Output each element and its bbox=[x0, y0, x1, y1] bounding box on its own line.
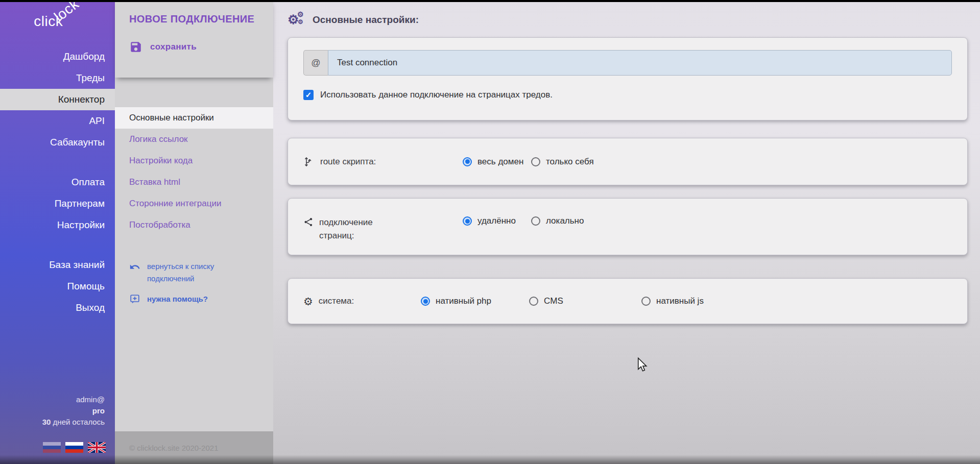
clicklock-logo: clicklock bbox=[0, 0, 115, 44]
radio-option-only-self[interactable]: только себя bbox=[531, 157, 600, 167]
radio-option-whole-domain[interactable]: весь домен bbox=[463, 157, 531, 167]
sidebar-item-api[interactable]: API bbox=[0, 110, 115, 132]
page-connection-card: подключение страниц: удалённо локально bbox=[288, 198, 968, 255]
option-label: нативный js bbox=[656, 296, 704, 306]
option-label: CMS bbox=[544, 296, 563, 306]
panel-nav-postprocessing[interactable]: Постобработка bbox=[115, 214, 273, 236]
use-on-threads-label: Использовать данное подключение на стран… bbox=[320, 90, 553, 100]
page-title-row: ⚙⚙⚙ Основные настройки: bbox=[288, 0, 968, 28]
at-prefix: @ bbox=[303, 50, 328, 76]
panel-nav-html-insert[interactable]: Вставка html bbox=[115, 172, 273, 193]
panel-links: вернуться к списку подключений нужна пом… bbox=[115, 260, 273, 305]
radio-selected[interactable] bbox=[463, 157, 472, 166]
radio-option-native-php[interactable]: нативный php bbox=[421, 296, 529, 306]
use-on-threads-row: ✓ Использовать данное подключение на стр… bbox=[303, 90, 952, 100]
sidebar-item-logout[interactable]: Выход bbox=[0, 297, 115, 319]
option-label: только себя bbox=[546, 157, 594, 167]
share-icon bbox=[303, 217, 314, 227]
sidebar-item-connector[interactable]: Коннектор bbox=[0, 89, 115, 110]
mouse-cursor-icon bbox=[636, 357, 649, 373]
connection-name-group: @ bbox=[303, 50, 952, 76]
page-connection-label-block: подключение страниц: bbox=[303, 216, 463, 242]
sidebar: clicklock Дашборд Треды Коннектор API Са… bbox=[0, 0, 115, 464]
sidebar-item-threads[interactable]: Треды bbox=[0, 67, 115, 89]
account-email: admin@ bbox=[42, 394, 105, 405]
page-connection-options: удалённо локально bbox=[463, 216, 600, 226]
system-card: ⚙ система: нативный php CMS нативный js bbox=[288, 278, 968, 324]
sidebar-item-partners[interactable]: Партнерам bbox=[0, 193, 115, 214]
option-label: нативный php bbox=[436, 296, 491, 306]
panel-nav-code-settings[interactable]: Настройки кода bbox=[115, 150, 273, 172]
at-sign: @ bbox=[311, 58, 320, 68]
radio-unselected[interactable] bbox=[531, 216, 540, 226]
connection-panel: НОВОЕ ПОДКЛЮЧЕНИЕ сохранить Основные нас… bbox=[115, 0, 273, 464]
option-label: удалённо bbox=[477, 216, 516, 226]
sidebar-item-dashboard[interactable]: Дашборд bbox=[0, 46, 115, 67]
radio-unselected[interactable] bbox=[641, 297, 651, 306]
panel-header-block: НОВОЕ ПОДКЛЮЧЕНИЕ сохранить bbox=[115, 0, 273, 78]
sidebar-group-gap bbox=[0, 236, 115, 254]
system-label-block: ⚙ система: bbox=[303, 295, 421, 308]
flag-ru-icon[interactable] bbox=[65, 442, 83, 453]
days-text: дней осталось bbox=[53, 418, 105, 426]
system-options: нативный php CMS нативный js bbox=[421, 296, 750, 306]
panel-nav-link-logic[interactable]: Логика ссылок bbox=[115, 129, 273, 150]
undo-icon bbox=[129, 261, 140, 273]
save-button[interactable]: сохранить bbox=[129, 40, 263, 54]
route-script-card: route скрипта: весь домен только себя bbox=[288, 138, 968, 185]
radio-option-cms[interactable]: CMS bbox=[529, 296, 641, 306]
connection-name-card: @ ✓ Использовать данное подключение на с… bbox=[288, 37, 968, 120]
gears-icon: ⚙⚙⚙ bbox=[288, 12, 305, 28]
page-connection-label: подключение страниц: bbox=[319, 216, 396, 242]
days-number: 30 bbox=[42, 418, 51, 426]
need-help-link[interactable]: нужна помощь? bbox=[129, 293, 273, 305]
sidebar-item-help[interactable]: Помощь bbox=[0, 276, 115, 297]
app-window: clicklock Дашборд Треды Коннектор API Са… bbox=[0, 0, 980, 464]
sidebar-item-payment[interactable]: Оплата bbox=[0, 172, 115, 193]
radio-option-local[interactable]: локально bbox=[531, 216, 600, 226]
sidebar-item-subaccounts[interactable]: Сабакаунты bbox=[0, 132, 115, 153]
help-link-label: нужна помощь? bbox=[147, 293, 208, 305]
radio-option-native-js[interactable]: нативный js bbox=[641, 296, 750, 306]
route-script-label: route скрипта: bbox=[320, 155, 376, 168]
sidebar-group-gap bbox=[0, 153, 115, 172]
sidebar-nav: Дашборд Треды Коннектор API Сабакаунты О… bbox=[0, 46, 115, 319]
flag-ru-inactive-icon[interactable] bbox=[43, 442, 61, 453]
help-comment-icon bbox=[129, 294, 140, 305]
sidebar-item-knowledge-base[interactable]: База знаний bbox=[0, 254, 115, 276]
flag-uk-icon[interactable] bbox=[88, 442, 106, 453]
main-content: ⚙⚙⚙ Основные настройки: @ ✓ Использовать… bbox=[273, 0, 980, 464]
panel-footer: © clicklock.site 2020-2021 bbox=[115, 431, 273, 464]
radio-unselected[interactable] bbox=[531, 157, 540, 166]
radio-selected[interactable] bbox=[463, 216, 472, 226]
save-label: сохранить bbox=[150, 42, 197, 52]
account-info: admin@ pro 30 дней осталось bbox=[42, 394, 105, 428]
panel-title: НОВОЕ ПОДКЛЮЧЕНИЕ bbox=[129, 13, 263, 25]
panel-nav-basic-settings[interactable]: Основные настройки bbox=[115, 107, 273, 129]
account-plan: pro bbox=[42, 405, 105, 417]
back-link-label: вернуться к списку подключений bbox=[147, 260, 239, 285]
connection-name-input[interactable] bbox=[328, 50, 952, 76]
system-label: система: bbox=[319, 295, 354, 308]
back-to-connections-link[interactable]: вернуться к списку подключений bbox=[129, 260, 273, 285]
save-icon bbox=[129, 40, 142, 54]
account-days-left: 30 дней осталось bbox=[42, 417, 105, 428]
language-switcher bbox=[43, 442, 106, 453]
route-script-options: весь домен только себя bbox=[463, 157, 600, 167]
option-label: локально bbox=[546, 216, 584, 226]
radio-selected[interactable] bbox=[421, 297, 430, 306]
radio-option-remote[interactable]: удалённо bbox=[463, 216, 531, 226]
radio-unselected[interactable] bbox=[529, 297, 538, 306]
route-icon bbox=[303, 156, 315, 167]
panel-nav-integrations[interactable]: Сторонние интеграции bbox=[115, 193, 273, 214]
panel-nav: Основные настройки Логика ссылок Настрой… bbox=[115, 107, 273, 236]
use-on-threads-checkbox[interactable]: ✓ bbox=[303, 90, 314, 100]
copyright-text: © clicklock.site 2020-2021 bbox=[129, 444, 218, 452]
page-title: Основные настройки: bbox=[313, 14, 419, 26]
sidebar-item-settings[interactable]: Настройки bbox=[0, 214, 115, 236]
route-script-label-block: route скрипта: bbox=[303, 155, 463, 168]
gear-icon: ⚙ bbox=[303, 296, 313, 308]
top-letterbox-bar bbox=[0, 0, 980, 2]
option-label: весь домен bbox=[477, 157, 523, 167]
